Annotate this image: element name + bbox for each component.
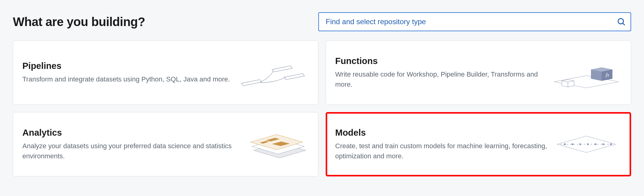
card-text: Functions Write reusable code for Worksh… (335, 56, 551, 89)
svg-point-21 (564, 143, 566, 145)
svg-point-27 (610, 143, 612, 145)
svg-point-26 (602, 143, 604, 145)
svg-marker-3 (272, 66, 292, 72)
card-analytics[interactable]: Analytics Analyze your datasets using yo… (13, 112, 318, 176)
svg-point-22 (572, 143, 573, 145)
cards-grid: Pipelines Transform and integrate datase… (0, 40, 644, 189)
card-title: Models (335, 128, 551, 138)
svg-text:fx: fx (606, 72, 609, 78)
svg-marker-4 (284, 74, 305, 80)
svg-point-23 (579, 143, 581, 145)
card-models[interactable]: Models Create, test and train custom mod… (326, 112, 631, 176)
svg-line-1 (623, 23, 625, 25)
card-description: Transform and integrate datasets using P… (22, 74, 238, 84)
analytics-icon (238, 124, 309, 164)
card-description: Write reusable code for Workshop, Pipeli… (335, 69, 551, 89)
search-wrapper (318, 12, 631, 31)
card-description: Create, test and train custom models for… (335, 141, 551, 161)
card-title: Functions (335, 56, 551, 66)
search-input[interactable] (318, 12, 631, 31)
svg-marker-12 (568, 81, 574, 87)
card-pipelines[interactable]: Pipelines Transform and integrate datase… (13, 40, 318, 105)
models-icon (551, 124, 622, 164)
card-text: Models Create, test and train custom mod… (335, 128, 551, 161)
svg-marker-19 (557, 136, 615, 153)
svg-marker-11 (562, 81, 568, 87)
svg-point-25 (595, 143, 596, 145)
svg-point-24 (587, 143, 589, 145)
header-row: What are you building? (0, 0, 644, 40)
functions-icon: fx (551, 53, 622, 92)
card-title: Pipelines (22, 61, 238, 71)
repository-type-selector: What are you building? Pipelines Transfo… (0, 0, 644, 189)
card-title: Analytics (22, 128, 238, 138)
card-functions[interactable]: Functions Write reusable code for Worksh… (326, 40, 631, 105)
pipelines-icon (238, 53, 309, 92)
search-icon (617, 17, 626, 26)
card-text: Pipelines Transform and integrate datase… (22, 61, 238, 84)
page-title: What are you building? (13, 15, 145, 29)
card-description: Analyze your datasets using your preferr… (22, 141, 238, 161)
card-text: Analytics Analyze your datasets using yo… (22, 128, 238, 161)
svg-marker-2 (241, 80, 262, 86)
